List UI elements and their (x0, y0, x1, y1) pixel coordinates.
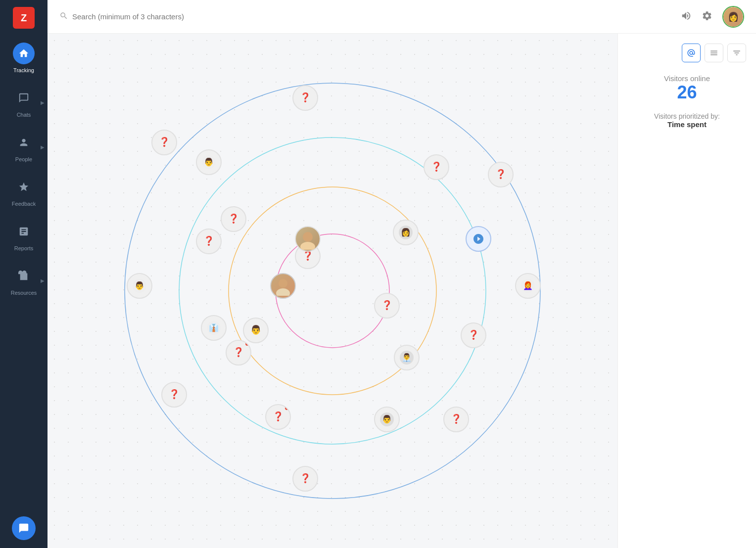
visitor-node-eu[interactable]: 👨‍💼 🇪🇺 (394, 345, 420, 370)
visitor-node-uk[interactable]: 👨 🇬🇧 (127, 273, 152, 299)
visitor-node-puertorico[interactable]: ❓ 🇵🇷 (196, 228, 222, 254)
svg-text:❓: ❓ (203, 235, 215, 246)
svg-point-13 (300, 242, 315, 250)
svg-text:❓: ❓ (159, 137, 170, 147)
visitor-node-ireland[interactable]: 👩‍🦰 🇮🇪 (515, 273, 541, 299)
svg-text:❓: ❓ (381, 300, 393, 311)
sidebar: Z Tracking Chats ▶ People ▶ Feedback (0, 0, 47, 548)
sidebar-item-feedback[interactable]: Feedback (0, 169, 47, 214)
svg-text:❓: ❓ (302, 250, 314, 261)
visitors-online-label: Visitors online (628, 74, 746, 83)
people-arrow-icon: ▶ (41, 144, 45, 150)
svg-text:❓: ❓ (233, 347, 244, 358)
svg-point-1 (179, 137, 486, 444)
search-icon (59, 11, 68, 22)
sidebar-item-reports[interactable]: Reports (0, 214, 47, 258)
svg-text:❓: ❓ (451, 413, 462, 424)
svg-text:👨: 👨 (382, 414, 392, 424)
search-wrap (59, 11, 673, 22)
visitor-node-usa-bottom[interactable]: 👨 🇺🇸 (374, 407, 400, 432)
visitor-node-pakistan[interactable]: ❓ 🇵🇰 (443, 407, 469, 432)
chat-fab-button[interactable] (12, 516, 36, 540)
sidebar-item-people[interactable]: People ▶ (0, 125, 47, 169)
visitor-node-india-right[interactable]: ❓ 🇮🇳 (374, 293, 400, 319)
svg-text:❓: ❓ (228, 213, 239, 224)
sidebar-item-chats[interactable]: Chats ▶ (0, 80, 47, 125)
svg-text:❓: ❓ (495, 169, 507, 180)
svg-point-5 (276, 288, 290, 296)
svg-text:👩: 👩 (401, 228, 411, 237)
chat-fab-wrap (12, 516, 36, 540)
svg-text:❓: ❓ (431, 161, 442, 172)
content-area: 👨 🇦🇪 ❓ 🇮🇳 ❓ 🇮🇳 (47, 34, 756, 548)
main-content: 👩 (47, 0, 756, 548)
svg-text:❓: ❓ (273, 411, 284, 422)
visitor-node-turkey[interactable]: 👔 🇹🇷 (201, 315, 227, 341)
visitor-node-korea[interactable]: 👨 🇰🇷 (196, 149, 222, 175)
visitor-node-nkorea[interactable]: ❓ 🇰🇵 (151, 130, 177, 155)
sidebar-item-resources[interactable]: Resources ▶ (0, 258, 47, 303)
visitor-node-france[interactable]: ❓ 🇫🇷 (292, 466, 318, 492)
svg-text:❓: ❓ (468, 329, 479, 340)
volume-icon[interactable] (681, 10, 692, 23)
user-avatar[interactable]: 👩 (722, 6, 744, 28)
visitor-node-india-top[interactable]: ❓ 🇮🇳 (292, 85, 318, 111)
visitors-online-section: Visitors online 26 (628, 74, 746, 102)
visitor-node-center[interactable] (270, 273, 296, 299)
chats-arrow-icon: ▶ (41, 100, 45, 105)
svg-text:👨: 👨 (250, 324, 262, 335)
panel-btn-filter[interactable] (727, 44, 746, 62)
resources-arrow-icon: ▶ (41, 278, 45, 283)
visitor-node-southafrica[interactable]: ❓ 🇿🇦 (161, 382, 187, 408)
visitor-node-mexico[interactable]: ❓ 🇲🇽 (488, 162, 514, 187)
time-spent-label: Time spent (628, 120, 746, 129)
svg-text:👩‍🦰: 👩‍🦰 (523, 281, 533, 290)
svg-text:👨: 👨 (135, 281, 144, 290)
svg-point-0 (125, 83, 540, 499)
visitor-node-usa[interactable]: 👩 🇺🇸 (393, 220, 419, 245)
search-input[interactable] (72, 12, 673, 21)
sidebar-item-tracking[interactable]: Tracking (0, 36, 47, 80)
svg-text:❓: ❓ (300, 92, 311, 103)
svg-text:❓: ❓ (169, 389, 180, 400)
logo[interactable]: Z (0, 0, 47, 36)
visitors-online-count: 26 (628, 83, 746, 102)
radar-area: 👨 🇦🇪 ❓ 🇮🇳 ❓ 🇮🇳 (47, 34, 617, 548)
svg-text:👨‍💼: 👨‍💼 (402, 353, 412, 362)
panel-btn-list[interactable] (705, 44, 723, 62)
visitors-prioritized-label: Visitors prioritized by: (628, 112, 746, 120)
visitors-prioritized-section: Visitors prioritized by: Time spent (628, 112, 746, 129)
visitor-node-woman-blonde[interactable] (295, 226, 321, 252)
visitor-node-netherlands[interactable]: ❓ 🇳🇱 (226, 340, 251, 365)
visitor-node-yellow-right[interactable]: ❓ 🏳️ (461, 322, 486, 348)
svg-text:👔: 👔 (209, 323, 219, 332)
svg-text:👨: 👨 (204, 157, 214, 167)
header: 👩 (47, 0, 756, 34)
header-right: 👩 (681, 6, 744, 28)
svg-point-4 (279, 279, 287, 288)
settings-icon[interactable] (702, 10, 712, 23)
visitor-node-tech-right[interactable] (466, 226, 491, 252)
panel-toolbar (628, 44, 746, 62)
svg-point-12 (303, 232, 313, 242)
visitor-node-bottom-left[interactable]: ❓ (265, 404, 291, 430)
svg-text:❓: ❓ (300, 473, 311, 484)
visitor-node-china[interactable]: ❓ 🇨🇳 (221, 206, 246, 232)
avatar-image: 👩 (723, 7, 743, 27)
right-panel: Visitors online 26 Visitors prioritized … (617, 34, 756, 548)
visitor-node-india-outer-right[interactable]: ❓ 🇮🇳 (424, 154, 449, 180)
panel-btn-at[interactable] (682, 44, 701, 62)
